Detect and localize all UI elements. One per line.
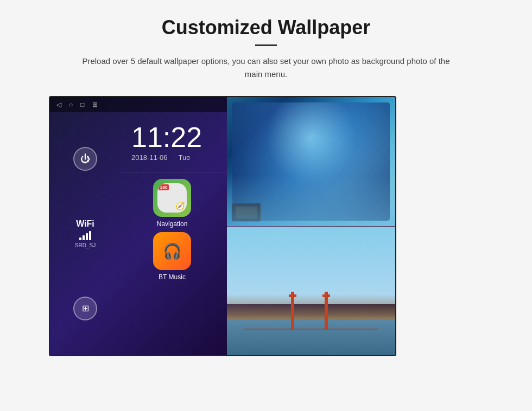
wifi-bars: [75, 231, 96, 240]
app-phone[interactable]: 📞 Phone: [217, 179, 299, 228]
app-bt-music[interactable]: 🎧 BT Music: [131, 232, 213, 281]
chrome-icon: [239, 232, 277, 270]
app-navigation[interactable]: 280 🧭 Navigation: [131, 179, 213, 228]
music-note-icon: 🎵: [333, 188, 354, 208]
wifi-bar-2: [83, 235, 85, 240]
phone-icon: 📞: [239, 179, 277, 217]
clock-date: 2018-11-06 Tue: [131, 153, 302, 162]
music-label: Music: [335, 220, 352, 228]
radio-widget[interactable]: 📡: [313, 118, 362, 166]
video-label: Video: [335, 273, 352, 281]
home-button[interactable]: ○: [69, 101, 73, 108]
location-icon: ⚲: [358, 101, 363, 108]
navigation-icon: 280 🧭: [153, 179, 191, 217]
nav-buttons: ◁ ○ □ ⊞: [56, 101, 98, 108]
status-right: ⚲ ▾ 11:22: [358, 101, 389, 108]
app-video[interactable]: 🎬 Video: [303, 232, 384, 281]
track-label: B: [372, 146, 384, 157]
wifi-label: WiFi: [75, 219, 96, 229]
prev-track-icon[interactable]: ⏮: [372, 127, 384, 142]
wifi-bar-3: [86, 233, 88, 240]
app-music[interactable]: 🎵 Music: [303, 179, 384, 228]
recent-button[interactable]: □: [80, 101, 84, 108]
title-divider: [255, 44, 277, 46]
clock-time: 11:22: [131, 123, 302, 151]
left-sidebar: ⏻ WiFi SRD_SJ ⊞: [50, 112, 121, 355]
video-icon: 🎬: [325, 232, 363, 270]
svg-point-3: [255, 248, 261, 254]
clock-date-value: 2018-11-06: [131, 153, 168, 162]
screen-wrapper: ◁ ○ □ ⊞ ⚲ ▾ 11:22 ⏻ WiFi: [49, 96, 483, 356]
radio-icon: 📡: [325, 131, 350, 153]
navigation-label: Navigation: [157, 220, 188, 228]
status-bar: ◁ ○ □ ⊞ ⚲ ▾ 11:22: [50, 97, 395, 112]
power-button[interactable]: ⏻: [73, 147, 97, 171]
page-subtitle: Preload over 5 default wallpaper options…: [76, 55, 456, 81]
clock-area: 11:22 2018-11-06 Tue 📡 ⏮ B: [121, 112, 395, 172]
media-buttons: ⏮ B: [372, 127, 384, 157]
back-button[interactable]: ◁: [56, 101, 61, 108]
status-time: 11:22: [372, 101, 389, 108]
phone-label: Phone: [249, 220, 268, 228]
screenshot-button[interactable]: ⊞: [92, 101, 98, 108]
wifi-ssid: SRD_SJ: [75, 242, 96, 248]
wifi-bar-4: [89, 231, 91, 240]
clock-day-value: Tue: [179, 153, 191, 162]
page-title: Customized Wallpaper: [162, 16, 371, 39]
apps-grid-button[interactable]: ⊞: [73, 297, 97, 320]
android-screen: ◁ ○ □ ⊞ ⚲ ▾ 11:22 ⏻ WiFi: [49, 96, 396, 356]
bt-music-icon: 🎧: [153, 232, 191, 270]
wifi-icon: ▾: [366, 101, 369, 108]
app-grid: 280 🧭 Navigation 📞 Phone 🎵: [121, 172, 395, 287]
bt-music-label: BT Music: [159, 273, 186, 281]
app-chrome[interactable]: Chrome: [217, 232, 299, 281]
wifi-block: WiFi SRD_SJ: [75, 219, 96, 248]
chrome-label: Chrome: [246, 273, 270, 281]
clapper-icon: 🎬: [334, 242, 353, 260]
wifi-bar-1: [79, 237, 81, 240]
bluetooth-icon: 🎧: [163, 242, 182, 260]
phone-symbol-icon: 📞: [247, 188, 269, 208]
main-content: 11:22 2018-11-06 Tue 📡 ⏮ B: [121, 112, 395, 355]
clock-block: 11:22 2018-11-06 Tue: [131, 123, 302, 162]
music-icon: 🎵: [325, 179, 363, 217]
chrome-svg: [245, 239, 270, 264]
